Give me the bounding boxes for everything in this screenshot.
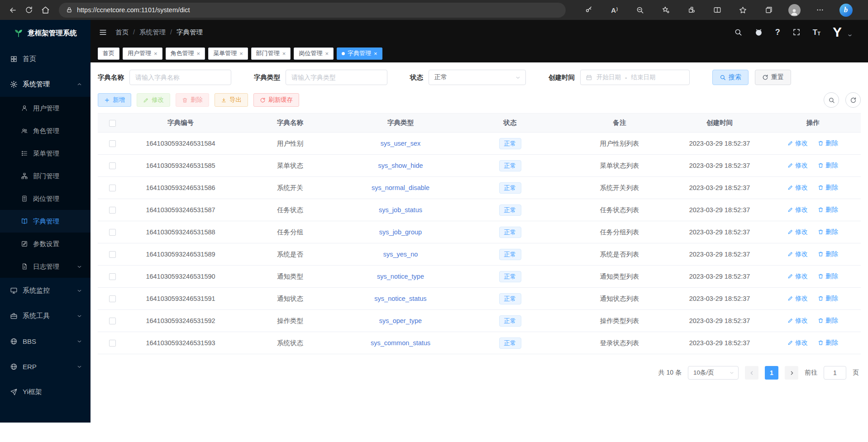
extensions-button[interactable]: [683, 2, 700, 18]
copilot-button[interactable]: b: [838, 2, 854, 18]
row-edit-link[interactable]: 修改: [787, 272, 808, 280]
row-edit-link[interactable]: 修改: [787, 339, 808, 347]
row-delete-link[interactable]: 删除: [818, 162, 838, 170]
sidebar-item-system-mgmt[interactable]: 系统管理: [0, 71, 91, 97]
sidebar-item-param-settings[interactable]: 参数设置: [0, 233, 91, 255]
sidebar-item-system-tools[interactable]: 系统工具: [0, 303, 91, 328]
delete-button[interactable]: 删除: [176, 93, 209, 107]
password-manager-button[interactable]: [581, 2, 597, 18]
row-checkbox[interactable]: [109, 340, 116, 347]
github-button[interactable]: [754, 28, 763, 37]
profile-button[interactable]: [786, 2, 802, 18]
row-edit-link[interactable]: 修改: [787, 184, 808, 192]
dict-type-input[interactable]: [286, 70, 387, 85]
sidebar-item-home[interactable]: 首页: [0, 46, 91, 71]
sidebar-item-system-monitor[interactable]: 系统监控: [0, 278, 91, 303]
row-checkbox[interactable]: [109, 207, 116, 214]
row-delete-link[interactable]: 删除: [818, 206, 838, 214]
row-edit-link[interactable]: 修改: [787, 228, 808, 236]
split-screen-button[interactable]: [709, 2, 725, 18]
refresh-cache-button[interactable]: 刷新缓存: [253, 93, 299, 107]
add-button[interactable]: 新增: [98, 93, 131, 107]
select-all-checkbox[interactable]: [109, 120, 116, 127]
prev-page-button[interactable]: [745, 366, 758, 380]
goto-page-input[interactable]: [824, 366, 846, 380]
breadcrumb-system-mgmt[interactable]: 系统管理: [139, 28, 166, 37]
row-checkbox[interactable]: [109, 229, 116, 236]
next-page-button[interactable]: [785, 366, 798, 380]
sidebar-item-menu-mgmt[interactable]: 菜单管理: [0, 142, 91, 165]
tab-close-icon[interactable]: ×: [239, 51, 243, 57]
tab-close-icon[interactable]: ×: [325, 51, 329, 57]
row-checkbox[interactable]: [109, 140, 116, 147]
dict-type-link[interactable]: sys_common_status: [371, 339, 430, 347]
font-size-button[interactable]: TT: [813, 29, 820, 36]
page-1-button[interactable]: 1: [765, 366, 778, 380]
dict-type-link[interactable]: sys_yes_no: [383, 251, 418, 258]
row-checkbox[interactable]: [109, 273, 116, 280]
sidebar-item-user-mgmt[interactable]: 用户管理: [0, 97, 91, 119]
sidebar-item-bbs[interactable]: BBS: [0, 328, 91, 354]
header-search-button[interactable]: [734, 28, 742, 36]
dict-type-link[interactable]: sys_job_group: [379, 228, 422, 236]
row-edit-link[interactable]: 修改: [787, 317, 808, 325]
dict-type-link[interactable]: sys_notice_type: [377, 273, 424, 280]
edit-button[interactable]: 修改: [137, 93, 170, 107]
sidebar-toggle-button[interactable]: [99, 28, 107, 37]
tab-dict-mgmt[interactable]: 字典管理 ×: [337, 48, 382, 60]
reset-button[interactable]: 重置: [755, 70, 791, 85]
row-checkbox[interactable]: [109, 251, 116, 258]
tab-close-icon[interactable]: ×: [374, 51, 377, 57]
row-delete-link[interactable]: 删除: [818, 295, 838, 303]
row-delete-link[interactable]: 删除: [818, 250, 838, 258]
sidebar-item-post-mgmt[interactable]: 岗位管理: [0, 187, 91, 210]
row-edit-link[interactable]: 修改: [787, 139, 808, 147]
favorites-button[interactable]: [735, 2, 751, 18]
row-edit-link[interactable]: 修改: [787, 206, 808, 214]
back-button[interactable]: [5, 2, 21, 18]
row-checkbox[interactable]: [109, 185, 116, 191]
zoom-button[interactable]: [632, 2, 648, 18]
tab-close-icon[interactable]: ×: [282, 51, 286, 57]
export-button[interactable]: 导出: [215, 93, 248, 107]
read-aloud-button[interactable]: A): [606, 2, 623, 18]
row-edit-link[interactable]: 修改: [787, 162, 808, 170]
tab-home[interactable]: 首页: [98, 48, 119, 60]
refresh-button[interactable]: [21, 2, 37, 18]
dict-type-link[interactable]: sys_user_sex: [381, 140, 421, 147]
dict-type-link[interactable]: sys_notice_status: [374, 295, 426, 302]
row-delete-link[interactable]: 删除: [818, 184, 838, 192]
toggle-search-button[interactable]: [824, 92, 839, 108]
tab-dept-mgmt[interactable]: 部门管理 ×: [251, 48, 291, 60]
row-delete-link[interactable]: 删除: [818, 139, 838, 147]
breadcrumb-home[interactable]: 首页: [115, 28, 129, 37]
tab-close-icon[interactable]: ×: [197, 51, 200, 57]
sidebar-item-dept-mgmt[interactable]: 部门管理: [0, 165, 91, 187]
dict-type-link[interactable]: sys_show_hide: [378, 162, 423, 169]
tab-post-mgmt[interactable]: 岗位管理 ×: [294, 48, 334, 60]
tab-user-mgmt[interactable]: 用户管理 ×: [123, 48, 162, 60]
user-menu-button[interactable]: Y: [833, 25, 841, 39]
sidebar-item-dict-mgmt[interactable]: 字典管理: [0, 210, 91, 233]
row-delete-link[interactable]: 删除: [818, 228, 838, 236]
tab-close-icon[interactable]: ×: [154, 51, 157, 57]
date-range-picker[interactable]: 开始日期 - 结束日期: [580, 70, 690, 85]
row-edit-link[interactable]: 修改: [787, 295, 808, 303]
dict-name-input[interactable]: [129, 70, 231, 85]
search-button[interactable]: 搜索: [712, 70, 749, 85]
help-button[interactable]: ?: [775, 28, 780, 37]
row-delete-link[interactable]: 删除: [818, 339, 838, 347]
row-delete-link[interactable]: 删除: [818, 317, 838, 325]
tab-menu-mgmt[interactable]: 菜单管理 ×: [208, 48, 248, 60]
dict-type-link[interactable]: sys_normal_disable: [372, 184, 429, 191]
collections-button[interactable]: [761, 2, 777, 18]
fullscreen-button[interactable]: [792, 28, 801, 36]
tab-role-mgmt[interactable]: 角色管理 ×: [166, 48, 205, 60]
page-size-select[interactable]: 10条/页: [688, 366, 739, 380]
dict-type-link[interactable]: sys_job_status: [379, 206, 422, 214]
row-delete-link[interactable]: 删除: [818, 272, 838, 280]
browser-menu-button[interactable]: [812, 2, 828, 18]
sidebar-item-erp[interactable]: ERP: [0, 354, 91, 379]
row-checkbox[interactable]: [109, 162, 116, 169]
row-edit-link[interactable]: 修改: [787, 250, 808, 258]
